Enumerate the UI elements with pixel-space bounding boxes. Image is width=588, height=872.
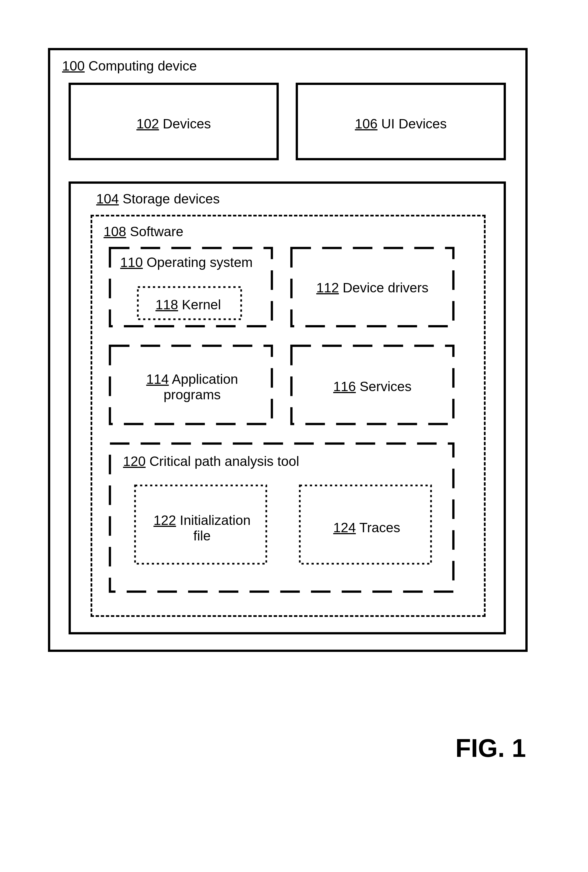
label-114: 114 Applicationprograms <box>110 371 274 402</box>
label-108: 108 Software <box>104 225 183 239</box>
label-102: 102 Devices <box>71 116 276 132</box>
box-application-programs: 114 Applicationprograms <box>110 347 274 426</box>
label-104: 104 Storage devices <box>96 192 220 206</box>
box-devices: 102 Devices <box>69 83 279 160</box>
label-112: 112 Device drivers <box>316 281 429 295</box>
label-100: 100 Computing device <box>62 59 197 73</box>
label-110: 110 Operating system <box>120 256 253 269</box>
label-120: 120 Critical path analysis tool <box>123 455 299 468</box>
figure-caption: FIG. 1 <box>455 734 526 763</box>
label-122: 122 Initializationfile <box>136 512 268 543</box>
box-storage-devices: 104 Storage devices 108 Software <box>69 182 506 634</box>
box-initialization-file: 122 Initializationfile <box>136 488 268 567</box>
label-106: 106 UI Devices <box>298 116 504 132</box>
label-116: 116 Services <box>333 380 412 393</box>
label-118: 118 Kernel <box>156 298 221 312</box>
page: 100 Computing device 102 Devices 106 UI … <box>0 0 588 872</box>
label-124: 124 Traces <box>333 521 400 534</box>
box-ui-devices: 106 UI Devices <box>296 83 506 160</box>
box-computing-device: 100 Computing device 102 Devices 106 UI … <box>48 48 528 652</box>
